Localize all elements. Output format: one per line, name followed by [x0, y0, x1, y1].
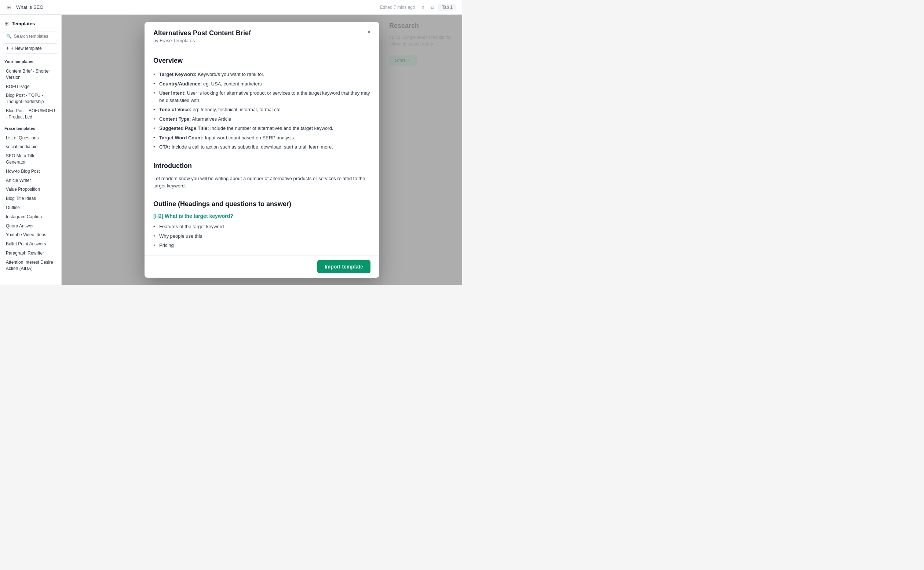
document-title: What is SEO: [16, 5, 43, 10]
templates-panel: ⊞ Templates 🔍 + + New template Your temp…: [0, 15, 61, 285]
topbar-right: Edited 7 mins ago ⇧ ⧉: [380, 5, 434, 10]
template-item[interactable]: Paragraph Rewriter: [3, 249, 58, 258]
template-item[interactable]: Instagram Caption: [3, 212, 58, 222]
list-item: Country/Audience: eg: USA, content marke…: [153, 79, 371, 89]
template-item[interactable]: Blog Title Ideas: [3, 194, 58, 203]
modal-body: Overview Target Keyword: Keyword/s you w…: [144, 48, 379, 255]
template-item[interactable]: Blog Post - BOFU/MOFU - Product Led: [3, 106, 58, 122]
layout-icon[interactable]: ⧉: [431, 5, 434, 10]
modal-header: Alternatives Post Content Brief by Frase…: [144, 22, 379, 48]
templates-title: Templates: [12, 21, 35, 26]
list-item: Content Type: Alternatives Article: [153, 115, 371, 124]
template-item[interactable]: Youtube Video Ideas: [3, 230, 58, 239]
plus-icon: +: [6, 46, 9, 51]
modal-title: Alternatives Post Content Brief: [153, 29, 371, 37]
template-item[interactable]: BOFU Page: [3, 82, 58, 91]
content-area: Alternatives Post Content Brief by Frase…: [61, 15, 462, 285]
modal-footer: Import template: [144, 255, 379, 278]
outline-subheading: [H2] What is the target keyword?: [153, 213, 371, 219]
new-template-label: + New template: [11, 46, 42, 51]
template-item[interactable]: Value Proposition: [3, 185, 58, 194]
modal-close-button[interactable]: ×: [365, 28, 374, 37]
frase-templates-label: Frase templates: [3, 125, 58, 132]
template-item[interactable]: Quora Answer: [3, 222, 58, 231]
frase-templates-list: List of Questions social media bio SEO M…: [3, 133, 58, 273]
overview-section: Overview Target Keyword: Keyword/s you w…: [153, 57, 371, 152]
tab-label[interactable]: Tab 1: [438, 4, 456, 11]
templates-header: ⊞ Templates: [3, 19, 58, 28]
list-item: Pricing: [153, 241, 371, 250]
search-input[interactable]: [14, 34, 55, 39]
modal-subtitle: by Frase Templates: [153, 38, 371, 43]
share-icon[interactable]: ⇧: [421, 5, 425, 10]
your-templates-list: Content Brief - Shorter Version BOFU Pag…: [3, 67, 58, 122]
template-item[interactable]: Attention Interest Desire Action (AIDA): [3, 258, 58, 273]
template-modal: Alternatives Post Content Brief by Frase…: [144, 22, 379, 278]
new-template-button[interactable]: + + New template: [3, 43, 58, 54]
list-item: Target Keyword: Keyword/s you want to ra…: [153, 70, 371, 79]
list-item: Features of the target keyword: [153, 222, 371, 231]
template-item[interactable]: Outline: [3, 203, 58, 212]
list-item: CTA: Include a call to action such as su…: [153, 142, 371, 152]
main-layout: ⊞ Templates 🔍 + + New template Your temp…: [0, 15, 462, 285]
overview-heading: Overview: [153, 57, 371, 64]
template-item[interactable]: Blog Post - TOFU - Thought-leadership: [3, 91, 58, 106]
list-item: Tone of Voice: eg: friendly, technical, …: [153, 105, 371, 115]
list-item: User Intent: User is looking for alterna…: [153, 88, 371, 105]
topbar: ⊞ What is SEO Edited 7 mins ago ⇧ ⧉ Tab …: [0, 0, 462, 15]
template-item[interactable]: Bullet Point Answers: [3, 239, 58, 249]
introduction-section: Introduction Let readers know you will b…: [153, 162, 371, 190]
list-item: Suggested Page Title: Include the number…: [153, 124, 371, 133]
import-template-button[interactable]: Import template: [317, 260, 371, 273]
list-item: Target Word Count: Input word count base…: [153, 133, 371, 142]
search-icon: 🔍: [6, 34, 12, 39]
overview-list: Target Keyword: Keyword/s you want to ra…: [153, 70, 371, 152]
intro-heading: Introduction: [153, 162, 371, 170]
outline-list: Features of the target keyword Why peopl…: [153, 222, 371, 250]
template-item[interactable]: List of Questions: [3, 133, 58, 142]
edited-label: Edited 7 mins ago: [380, 5, 415, 10]
template-item[interactable]: Content Brief - Shorter Version: [3, 67, 58, 82]
template-item[interactable]: How-to Blog Post: [3, 167, 58, 176]
template-item[interactable]: social media bio: [3, 142, 58, 152]
templates-grid-icon: ⊞: [5, 20, 9, 26]
outline-section: Outline (Headings and questions to answe…: [153, 200, 371, 250]
list-item: Why people use this: [153, 231, 371, 241]
template-item[interactable]: SEO Meta Title Generator: [3, 152, 58, 167]
search-box[interactable]: 🔍: [3, 32, 58, 41]
intro-text: Let readers know you will be writing abo…: [153, 175, 371, 190]
grid-icon: ⊞: [6, 5, 12, 10]
outline-heading: Outline (Headings and questions to answe…: [153, 200, 371, 208]
template-item[interactable]: Article Writer: [3, 176, 58, 185]
your-templates-label: Your templates: [3, 58, 58, 65]
